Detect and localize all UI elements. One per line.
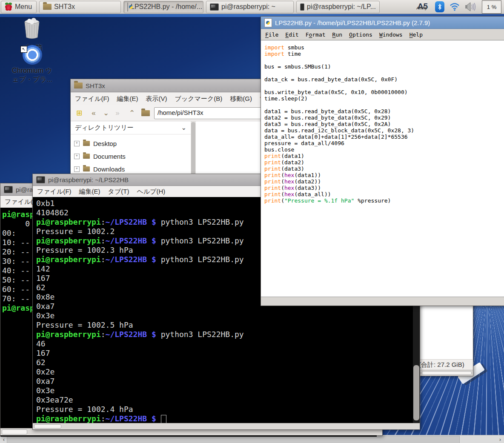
menu-item[interactable]: Run bbox=[332, 31, 342, 38]
menu-item[interactable]: ファイル(F) bbox=[75, 95, 109, 103]
taskbar-window-terminal-lps22hb[interactable]: pi@raspberrypi: ~/LP... bbox=[296, 1, 380, 13]
text-line: bus.close bbox=[264, 146, 504, 153]
taskbar: Menu SHT3x LPS22HB.py - /home/... pi@ras… bbox=[0, 0, 504, 14]
scrollbar-thumb[interactable] bbox=[34, 424, 61, 429]
text-line: 0x3ea72e bbox=[36, 395, 416, 405]
back-icon[interactable]: « bbox=[89, 109, 99, 117]
menu-item[interactable]: Options bbox=[349, 31, 372, 38]
sidepane-mode-dropdown[interactable]: ディレクトリツリー ⌄ bbox=[71, 121, 191, 134]
text-line: 0x2e bbox=[36, 367, 416, 377]
chromium-label: Chromium ウ ェブ・ブラ... bbox=[8, 66, 57, 84]
taskbar-window-terminal-home[interactable]: pi@raspberrypi: ~ bbox=[206, 1, 294, 13]
trash-icon bbox=[21, 18, 43, 40]
wifi-icon[interactable] bbox=[450, 3, 460, 11]
chevron-down-icon: ⌄ bbox=[181, 124, 186, 131]
text-line: pi@raspberrypi:~/LPS22HB $ bbox=[36, 414, 416, 423]
text-line: data1 = bus.read_byte_data(0x5C, 0x28) bbox=[264, 108, 504, 114]
text-line: bus = smbus.SMBus(1) bbox=[264, 63, 504, 70]
terminal-icon bbox=[36, 176, 45, 183]
text-line bbox=[264, 57, 504, 63]
ime-name-label: Anthy bbox=[416, 3, 427, 14]
scroll-right-icon[interactable]: › bbox=[497, 436, 503, 443]
text-line: bus.write_byte_data(0x5C, 0x10, 0b000100… bbox=[264, 89, 504, 95]
folder-icon bbox=[83, 154, 90, 159]
taskbar-window-label: pi@raspberrypi: ~ bbox=[221, 3, 275, 11]
terminal-icon bbox=[210, 3, 219, 11]
scrollbar-thumb[interactable] bbox=[422, 371, 472, 375]
menu-item[interactable]: ヘルプ(H) bbox=[137, 188, 165, 196]
taskbar-window-sht3x[interactable]: SHT3x bbox=[39, 1, 121, 13]
ime-anthy-indicator[interactable]: A5 Anthy bbox=[415, 1, 430, 13]
menu-item[interactable]: 編集(E) bbox=[79, 188, 100, 196]
sidepane-mode-label: ディレクトリツリー bbox=[75, 124, 134, 132]
text-line: Pressure = 1002.4 hPa bbox=[36, 405, 416, 414]
expander-plus-icon[interactable]: + bbox=[74, 154, 80, 159]
text-line: print(hex(data2)) bbox=[264, 178, 504, 185]
home-icon[interactable] bbox=[141, 110, 150, 116]
menu-item[interactable]: 表示(V) bbox=[146, 95, 167, 103]
text-line bbox=[264, 83, 504, 89]
text-line: time.sleep(2) bbox=[264, 95, 504, 102]
text-line: 46 bbox=[36, 339, 416, 349]
menu-item[interactable]: 移動(G) bbox=[230, 95, 252, 103]
menu-item[interactable]: 編集(E) bbox=[117, 95, 138, 103]
taskbar-window-label: pi@raspberrypi: ~/LP... bbox=[307, 3, 376, 11]
taskbar-window-label: SHT3x bbox=[54, 3, 75, 11]
terminal-front-hscrollbar[interactable] bbox=[33, 423, 420, 429]
expander-plus-icon[interactable]: + bbox=[74, 166, 80, 172]
menu-item[interactable]: Help bbox=[410, 31, 423, 38]
up-icon[interactable]: ⌃ bbox=[127, 109, 137, 117]
terminal-icon bbox=[4, 186, 13, 193]
chevron-down-icon[interactable]: ⌄ bbox=[103, 109, 108, 117]
text-line bbox=[264, 102, 504, 108]
expander-plus-icon[interactable]: + bbox=[74, 141, 80, 146]
scrollbar-thumb[interactable] bbox=[2, 429, 27, 434]
cpu-usage-value: 1 % bbox=[487, 4, 496, 10]
python-file-icon bbox=[264, 18, 272, 27]
text-line: print(hex(data_all)) bbox=[264, 191, 504, 197]
terminal-front-title: pi@raspberrypi: ~/LPS22HB bbox=[48, 176, 129, 183]
text-line bbox=[264, 70, 504, 76]
sidebar-item-documents[interactable]: + Documents bbox=[71, 150, 191, 163]
text-line: Pressure = 1002.5 hPa bbox=[36, 320, 416, 330]
tree-item-label: Downloads bbox=[93, 166, 125, 173]
text-line: print(data3) bbox=[264, 166, 504, 172]
menu-item[interactable]: Windows bbox=[379, 31, 403, 38]
text-line: 62 bbox=[36, 358, 416, 367]
bluetooth-icon[interactable] bbox=[435, 1, 444, 12]
menu-item[interactable]: Edit bbox=[285, 31, 298, 38]
folder-icon bbox=[74, 83, 83, 89]
text-line: data2 = bus.read_byte_data(0x5C, 0x29) bbox=[264, 114, 504, 121]
idle-bottom-strip bbox=[261, 297, 504, 306]
folder-icon bbox=[83, 166, 90, 171]
idle-code-editor[interactable]: import smbusimport time bus = smbus.SMBu… bbox=[261, 40, 504, 305]
menu-item[interactable]: ブックマーク(B) bbox=[175, 95, 223, 103]
cpu-usage-monitor[interactable]: 1 % bbox=[482, 0, 501, 14]
shortcut-arrow-icon: ↖ bbox=[20, 46, 27, 53]
taskbar-window-idle[interactable]: LPS22HB.py - /home/... bbox=[123, 1, 203, 13]
menu-button[interactable]: Menu bbox=[1, 1, 37, 13]
text-line: pressure = data_all/4096 bbox=[264, 140, 504, 146]
volume-icon[interactable] bbox=[465, 2, 477, 11]
text-line: 0x3e bbox=[36, 311, 416, 320]
desktop-icon-chromium[interactable]: ↖ Chromium ウ ェブ・ブラ... bbox=[8, 45, 57, 84]
menu-button-label: Menu bbox=[15, 3, 32, 11]
text-line: data_all= data[0]+data[1]*256+data[2]*65… bbox=[264, 134, 504, 140]
forward-icon[interactable]: » bbox=[112, 109, 123, 117]
system-tray: A5 Anthy 1 % bbox=[415, 0, 503, 14]
menu-item[interactable]: File bbox=[265, 31, 278, 38]
tree-item-label: Documents bbox=[93, 153, 126, 160]
menu-item[interactable]: タブ(T) bbox=[108, 188, 129, 196]
scrollbar-thumb[interactable] bbox=[7, 436, 460, 443]
idle-titlebar[interactable]: LPS22HB.py - /home/pi/LPS22HB/LPS22HB.py… bbox=[261, 17, 504, 29]
idle-menubar: FileEditFormatRunOptionsWindowsHelp bbox=[261, 29, 504, 40]
sidebar-item-desktop[interactable]: + Desktop bbox=[71, 137, 191, 150]
new-tab-icon[interactable]: ⊞ bbox=[74, 109, 84, 117]
menu-item[interactable]: ファイル(F) bbox=[37, 188, 72, 196]
scroll-left-icon[interactable]: ‹ bbox=[1, 436, 7, 443]
idle-title: LPS22HB.py - /home/pi/LPS22HB/LPS22HB.py… bbox=[275, 19, 430, 26]
menu-item[interactable]: Format bbox=[306, 31, 326, 38]
idle-window[interactable]: LPS22HB.py - /home/pi/LPS22HB/LPS22HB.py… bbox=[261, 16, 504, 306]
scrollbar-thumb[interactable] bbox=[413, 365, 419, 420]
text-line: print(data1) bbox=[264, 153, 504, 159]
